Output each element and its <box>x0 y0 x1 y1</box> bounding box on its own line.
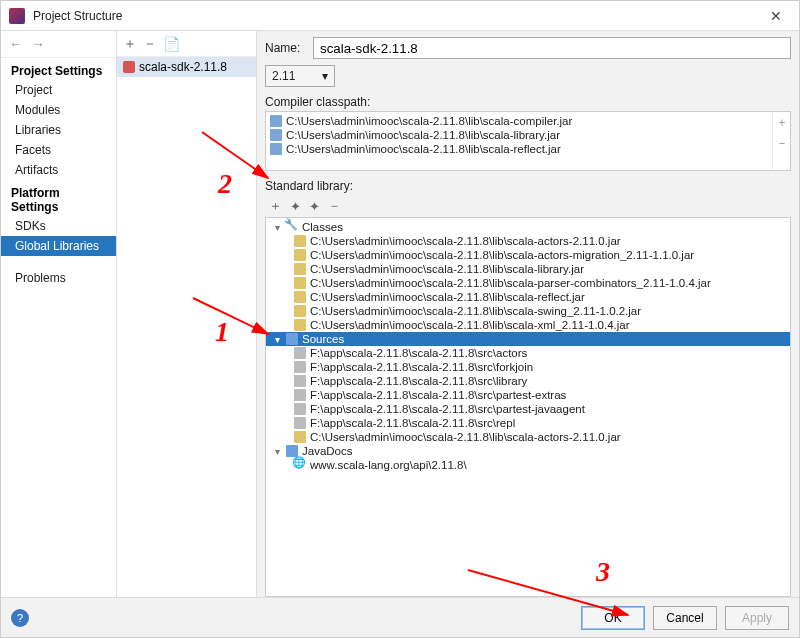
app-icon <box>9 8 25 24</box>
folder-icon <box>294 403 306 415</box>
jar-icon <box>270 115 282 127</box>
left-nav: ← → Project Settings Project Modules Lib… <box>1 31 117 597</box>
jar-icon <box>294 249 306 261</box>
tree-leaf[interactable]: C:\Users\admin\imooc\scala-2.11.8\lib\sc… <box>266 430 790 444</box>
name-input[interactable] <box>313 37 791 59</box>
tree-leaf[interactable]: C:\Users\admin\imooc\scala-2.11.8\lib\sc… <box>266 234 790 248</box>
compiler-classpath-label: Compiler classpath: <box>265 95 791 109</box>
copy-library-icon[interactable]: 📄 <box>163 36 180 52</box>
stdlib-add-special-icon[interactable]: ✦ <box>290 199 301 214</box>
ok-button[interactable]: OK <box>581 606 645 630</box>
nav-global-libraries[interactable]: Global Libraries <box>1 236 116 256</box>
stdlib-add-special2-icon[interactable]: ✦ <box>309 199 320 214</box>
folder-icon <box>294 361 306 373</box>
forward-icon[interactable]: → <box>29 35 47 53</box>
jar-icon <box>270 129 282 141</box>
tree-leaf[interactable]: F:\app\scala-2.11.8\scala-2.11.8\src\par… <box>266 388 790 402</box>
nav-modules[interactable]: Modules <box>1 100 116 120</box>
scala-icon <box>123 61 135 73</box>
jar-icon <box>294 305 306 317</box>
jar-icon <box>270 143 282 155</box>
nav-facets[interactable]: Facets <box>1 140 116 160</box>
folder-icon <box>294 417 306 429</box>
wrench-icon <box>286 221 298 233</box>
compiler-classpath-box: C:\Users\admin\imooc\scala-2.11.8\lib\sc… <box>265 111 791 171</box>
nav-libraries[interactable]: Libraries <box>1 120 116 140</box>
nav-artifacts[interactable]: Artifacts <box>1 160 116 180</box>
jar-icon <box>294 263 306 275</box>
globe-icon <box>294 459 306 471</box>
dialog-body: ← → Project Settings Project Modules Lib… <box>1 31 799 597</box>
folder-icon <box>294 389 306 401</box>
folder-icon <box>294 375 306 387</box>
jar-icon <box>294 291 306 303</box>
library-item-scala[interactable]: scala-sdk-2.11.8 <box>117 57 256 77</box>
folder-icon <box>294 347 306 359</box>
classpath-item[interactable]: C:\Users\admin\imooc\scala-2.11.8\lib\sc… <box>270 114 786 128</box>
classpath-item[interactable]: C:\Users\admin\imooc\scala-2.11.8\lib\sc… <box>270 128 786 142</box>
jar-icon <box>294 319 306 331</box>
tree-leaf[interactable]: www.scala-lang.org\api\2.11.8\ <box>266 458 790 472</box>
nav-project[interactable]: Project <box>1 80 116 100</box>
section-platform-settings: Platform Settings <box>1 180 116 216</box>
jar-icon <box>294 235 306 247</box>
version-value: 2.11 <box>272 69 295 83</box>
window-title: Project Structure <box>33 9 761 23</box>
tree-leaf[interactable]: C:\Users\admin\imooc\scala-2.11.8\lib\sc… <box>266 248 790 262</box>
tree-leaf[interactable]: C:\Users\admin\imooc\scala-2.11.8\lib\sc… <box>266 318 790 332</box>
stdlib-toolbar: ＋ ✦ ✦ － <box>265 195 791 217</box>
stdlib-add-icon[interactable]: ＋ <box>269 197 282 215</box>
tree-leaf[interactable]: C:\Users\admin\imooc\scala-2.11.8\lib\sc… <box>266 290 790 304</box>
stdlib-remove-icon[interactable]: － <box>328 197 341 215</box>
tree-leaf[interactable]: C:\Users\admin\imooc\scala-2.11.8\lib\sc… <box>266 262 790 276</box>
back-icon[interactable]: ← <box>7 35 25 53</box>
library-list-panel: ＋ － 📄 scala-sdk-2.11.8 <box>117 31 257 597</box>
tree-node-classes[interactable]: ▾ Classes <box>266 220 790 234</box>
tree-leaf[interactable]: F:\app\scala-2.11.8\scala-2.11.8\src\for… <box>266 360 790 374</box>
titlebar: Project Structure ✕ <box>1 1 799 31</box>
dialog-window: Project Structure ✕ ← → Project Settings… <box>0 0 800 638</box>
add-library-icon[interactable]: ＋ <box>123 35 137 53</box>
library-detail-panel: Name: 2.11 ▾ Compiler classpath: C:\User… <box>257 31 799 597</box>
library-item-label: scala-sdk-2.11.8 <box>139 60 227 74</box>
library-toolbar: ＋ － 📄 <box>117 31 256 57</box>
tree-leaf[interactable]: F:\app\scala-2.11.8\scala-2.11.8\src\act… <box>266 346 790 360</box>
tree-leaf[interactable]: C:\Users\admin\imooc\scala-2.11.8\lib\sc… <box>266 276 790 290</box>
chevron-down-icon: ▾ <box>272 334 282 345</box>
version-select[interactable]: 2.11 ▾ <box>265 65 335 87</box>
apply-button[interactable]: Apply <box>725 606 789 630</box>
classpath-item[interactable]: C:\Users\admin\imooc\scala-2.11.8\lib\sc… <box>270 142 786 156</box>
cancel-button[interactable]: Cancel <box>653 606 717 630</box>
classpath-add-icon[interactable]: ＋ <box>776 114 788 131</box>
chevron-down-icon: ▾ <box>272 446 282 457</box>
chevron-down-icon: ▾ <box>322 69 328 83</box>
nav-sdks[interactable]: SDKs <box>1 216 116 236</box>
stdlib-tree[interactable]: ▾ Classes C:\Users\admin\imooc\scala-2.1… <box>265 217 791 597</box>
standard-library-label: Standard library: <box>265 179 791 193</box>
nav-history: ← → <box>1 31 116 58</box>
close-icon[interactable]: ✕ <box>761 8 791 24</box>
help-icon[interactable]: ? <box>11 609 29 627</box>
nav-problems[interactable]: Problems <box>1 268 116 288</box>
jar-icon <box>294 431 306 443</box>
tree-leaf[interactable]: C:\Users\admin\imooc\scala-2.11.8\lib\sc… <box>266 304 790 318</box>
sources-icon <box>286 333 298 345</box>
chevron-down-icon: ▾ <box>272 222 282 233</box>
section-project-settings: Project Settings <box>1 58 116 80</box>
tree-leaf[interactable]: F:\app\scala-2.11.8\scala-2.11.8\src\lib… <box>266 374 790 388</box>
tree-node-sources[interactable]: ▾ Sources <box>266 332 790 346</box>
jar-icon <box>294 277 306 289</box>
dialog-footer: ? OK Cancel Apply <box>1 597 799 637</box>
classpath-remove-icon[interactable]: － <box>776 135 788 152</box>
tree-leaf[interactable]: F:\app\scala-2.11.8\scala-2.11.8\src\rep… <box>266 416 790 430</box>
tree-leaf[interactable]: F:\app\scala-2.11.8\scala-2.11.8\src\par… <box>266 402 790 416</box>
tree-node-javadocs[interactable]: ▾ JavaDocs <box>266 444 790 458</box>
name-label: Name: <box>265 41 307 55</box>
remove-library-icon[interactable]: － <box>143 35 157 53</box>
